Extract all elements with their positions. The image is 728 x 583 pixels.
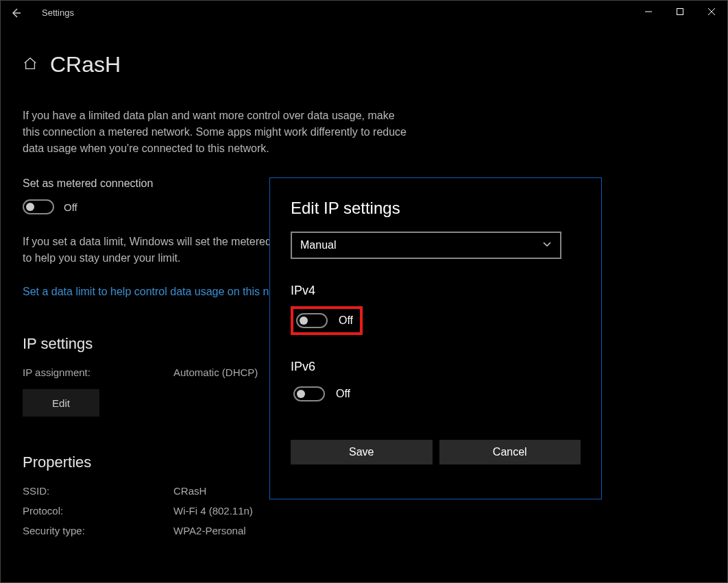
back-button[interactable] xyxy=(9,6,23,20)
titlebar: Settings xyxy=(1,1,727,25)
ipv6-state: Off xyxy=(336,388,350,400)
maximize-button[interactable] xyxy=(664,1,696,23)
ip-mode-select[interactable]: Manual xyxy=(291,232,561,259)
ipv4-toggle[interactable] xyxy=(296,313,328,328)
description-text: If you have a limited data plan and want… xyxy=(23,108,407,157)
ip-assignment-value: Automatic (DHCP) xyxy=(173,367,258,378)
ip-mode-value: Manual xyxy=(300,239,336,251)
ipv4-state: Off xyxy=(339,314,353,327)
dialog-title: Edit IP settings xyxy=(291,199,581,218)
close-button[interactable] xyxy=(696,1,727,23)
window-controls xyxy=(633,1,727,23)
metered-toggle[interactable] xyxy=(23,199,54,214)
ip-assignment-label: IP assignment: xyxy=(23,367,173,378)
ssid-value: CRasH xyxy=(173,485,206,497)
metered-state: Off xyxy=(64,201,77,213)
protocol-value: Wi-Fi 4 (802.11n) xyxy=(173,505,253,517)
cancel-button[interactable]: Cancel xyxy=(439,440,581,464)
minimize-button[interactable] xyxy=(633,1,664,23)
window-title: Settings xyxy=(42,8,74,18)
save-button[interactable]: Save xyxy=(291,440,433,464)
chevron-down-icon xyxy=(542,239,552,251)
protocol-label: Protocol: xyxy=(23,505,173,517)
edit-button[interactable]: Edit xyxy=(23,389,99,417)
home-icon[interactable] xyxy=(23,56,38,73)
ipv6-toggle[interactable] xyxy=(293,386,325,401)
security-value: WPA2-Personal xyxy=(173,525,246,536)
ssid-label: SSID: xyxy=(23,485,173,497)
page-title: CRasH xyxy=(50,52,121,77)
svg-rect-2 xyxy=(677,9,683,15)
edit-ip-dialog: Edit IP settings Manual IPv4 Off IPv6 Of… xyxy=(269,177,602,499)
ipv4-toggle-highlight: Off xyxy=(291,306,363,335)
security-label: Security type: xyxy=(23,525,173,536)
ipv4-label: IPv4 xyxy=(291,284,581,298)
ipv6-label: IPv6 xyxy=(291,360,581,374)
